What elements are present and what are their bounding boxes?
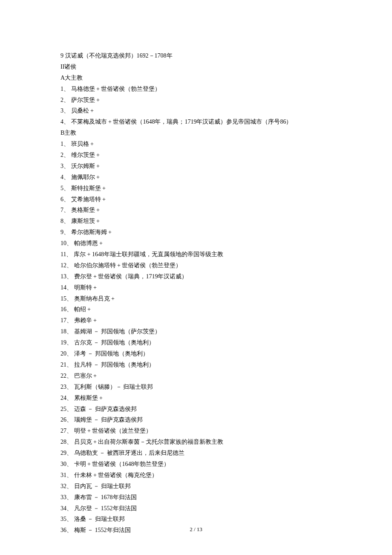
- list-item: 8、 康斯坦茨 +: [61, 216, 331, 227]
- list-item: 3、 沃尔姆斯 +: [61, 161, 331, 172]
- list-item: 19、 古尔克 － 邦国领地（奥地利）: [61, 337, 331, 348]
- text-line: B主教: [61, 127, 331, 139]
- list-item: 27、 明登 + 世俗诸侯（波兰登堡）: [61, 425, 331, 436]
- list-item: 33、 康布雷 － 1678年归法国: [61, 492, 331, 503]
- list-item: 26、 瑙姆堡 － 归萨克森选侯邦: [61, 414, 331, 425]
- bishop-list-section: 1、 班贝格 +2、 维尔茨堡 +3、 沃尔姆斯 +4、 施佩耶尔 +5、 斯特…: [61, 139, 331, 536]
- list-item: 32、 日内瓦 － 归瑞士联邦: [61, 481, 331, 492]
- list-item: 17、 弗赖辛 +: [61, 315, 331, 326]
- list-item: 21、 拉凡特 － 邦国领地（奥地利）: [61, 359, 331, 370]
- list-item: 23、 瓦利斯（锡滕）－ 归瑞士联邦: [61, 382, 331, 393]
- list-item: 31、 什未林 + 世俗诸侯（梅克伦堡）: [61, 470, 331, 481]
- list-item: 34、 凡尔登 － 1552年归法国: [61, 503, 331, 514]
- list-item: 35、 洛桑 － 归瑞士联邦: [61, 514, 331, 525]
- list-item: 2、 维尔茨堡 +: [61, 150, 331, 161]
- list-item: 4、 施佩耶尔 +: [61, 172, 331, 183]
- list-item: 7、 奥格斯堡 +: [61, 205, 331, 216]
- text-line: 1、 马格德堡 + 世俗诸侯（勃兰登堡）: [61, 84, 331, 95]
- list-item: 22、 巴塞尔 +: [61, 370, 331, 382]
- list-item: 25、 迈森 － 归萨克森选侯邦: [61, 404, 331, 415]
- intro-section: 9 汉诺威（不伦瑞克选侯邦）1692－1708年II诸侯A大主教1、 马格德堡 …: [61, 50, 331, 139]
- list-item: 11、 库尔 + 1648年瑞士联邦疆域，无直属领地的帝国等级主教: [61, 249, 331, 260]
- page-footer: 2 / 13: [0, 524, 392, 535]
- document-page: 9 汉诺威（不伦瑞克选侯邦）1692－1708年II诸侯A大主教1、 马格德堡 …: [0, 0, 392, 555]
- list-item: 1、 班贝格 +: [61, 139, 331, 150]
- list-item: 13、 费尔登 + 世俗诸侯（瑞典，1719年汉诺威）: [61, 271, 331, 282]
- list-item: 20、 泽考 － 邦国领地（奥地利）: [61, 348, 331, 359]
- text-line: 9 汉诺威（不伦瑞克选侯邦）1692－1708年: [61, 50, 331, 61]
- list-item: 12、 哈尔伯尔施塔特 + 世俗诸侯（勃兰登堡）: [61, 260, 331, 271]
- list-item: 29、 乌德勒支 － 被西班牙逐出，后来归尼德兰: [61, 448, 331, 459]
- list-item: 30、 卡明 + 世俗诸侯（1648年勃兰登堡）: [61, 459, 331, 470]
- list-item: 15、 奥斯纳布吕克 +: [61, 293, 331, 304]
- text-line: A大主教: [61, 72, 331, 84]
- text-line: 4、 不莱梅及城市 + 世俗诸侯（1648年，瑞典；1719年汉诺威）参见帝国城…: [61, 116, 331, 127]
- list-item: 28、 吕贝克 + 出自荷尔斯泰茵－戈托尔普家族的福音新教主教: [61, 436, 331, 448]
- list-item: 18、 基姆湖 － 邦国领地（萨尔茨堡）: [61, 326, 331, 337]
- list-item: 6、 艾希施塔特 +: [61, 194, 331, 205]
- text-line: 3、 贝桑松 +: [61, 105, 331, 116]
- list-item: 10、 帕德博恩 +: [61, 238, 331, 249]
- list-item: 5、 斯特拉斯堡 +: [61, 183, 331, 194]
- list-item: 16、 帕绍 +: [61, 304, 331, 315]
- text-line: 2、 萨尔茨堡 +: [61, 95, 331, 106]
- list-item: 14、 明斯特 +: [61, 282, 331, 293]
- list-item: 9、 希尔德斯海姆 +: [61, 227, 331, 238]
- text-line: II诸侯: [61, 61, 331, 72]
- list-item: 24、 累根斯堡 +: [61, 393, 331, 404]
